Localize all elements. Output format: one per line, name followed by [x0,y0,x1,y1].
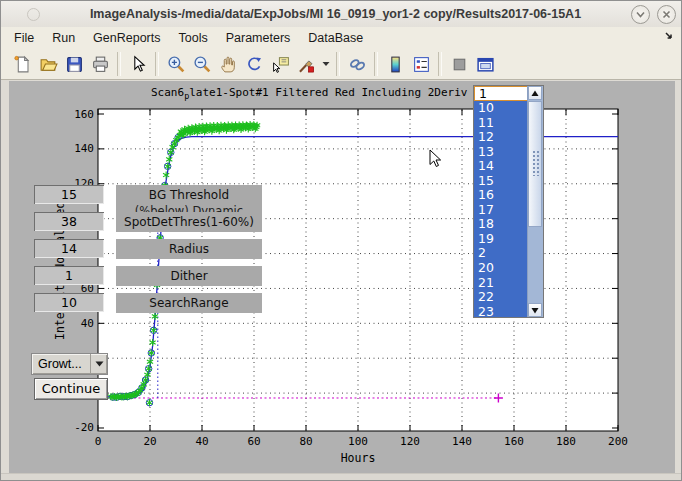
spot-list-item[interactable]: 13 [474,145,528,160]
menu-overflow-icon[interactable] [664,31,675,45]
svg-text:0: 0 [95,435,102,448]
svg-text:160: 160 [504,435,524,448]
parameter-input-radius[interactable]: 14 [34,239,104,258]
spot-list-item[interactable]: 20 [474,261,528,276]
toolbar-button-data-cursor[interactable] [267,51,293,77]
spot-list-item[interactable]: 1 [474,86,528,101]
pointer-icon [129,55,148,74]
svg-text:140: 140 [74,142,94,155]
toolbar-separator [336,52,340,76]
toolbar-button-insert-colorbar[interactable] [382,51,408,77]
toolbar-separator [374,52,378,76]
brush-icon [297,55,316,74]
spot-list-item[interactable]: 12 [474,130,528,145]
zoom-in-icon [167,55,186,74]
toolbar-button-pointer[interactable] [125,51,151,77]
toolbar-button-new-document[interactable] [9,51,35,77]
svg-text:60: 60 [247,435,260,448]
scroll-up-button[interactable] [528,86,542,100]
svg-text:120: 120 [400,435,420,448]
open-file-icon [39,55,58,74]
spot-list-item[interactable]: 18 [474,217,528,232]
growth-mode-dropdown[interactable]: Growt... [31,353,108,375]
spot-list-item[interactable]: 23 [474,305,528,318]
parameter-input-spotdetthres-1-60-[interactable]: 38 [34,212,104,231]
spot-list-item[interactable]: 11 [474,116,528,131]
parameter-label-bg-threshold[interactable]: BG Threshold [116,185,262,205]
dock-figure-icon [476,55,495,74]
save-icon [65,55,84,74]
parameter-label-searchrange[interactable]: SearchRange [116,293,262,313]
link-plots-icon [348,55,367,74]
spot-list-item[interactable]: 2 [474,246,528,261]
svg-text:80: 80 [299,435,312,448]
menu-item-file[interactable]: File [5,28,43,48]
close-button[interactable] [657,5,676,24]
minimize-button[interactable] [631,5,650,24]
menu-item-database[interactable]: DataBase [299,28,372,48]
toolbar-button-open-file[interactable] [35,51,61,77]
dropdown-arrow-icon [90,354,107,374]
app-window: ImageAnalysis-/media/data/ExpJobs/MI 16_… [0,0,682,481]
spot-list-item[interactable]: 21 [474,276,528,291]
spot-list-item[interactable]: 22 [474,290,528,305]
insert-colorbar-icon [386,55,405,74]
rotate-3d-icon [245,55,264,74]
toolbar-button-pan-hand[interactable] [215,51,241,77]
toolbar-button-zoom-in[interactable] [163,51,189,77]
toolbar-button-hide-plot-tools[interactable] [446,51,472,77]
toolbar-button-save[interactable] [61,51,87,77]
pan-hand-icon [219,55,238,74]
spot-list-item[interactable]: 17 [474,203,528,218]
window-icon [27,8,40,21]
new-document-icon [13,55,32,74]
parameter-label-dither[interactable]: Dither [116,266,262,286]
toolbar-button-dock-figure[interactable] [472,51,498,77]
figure-toolbar [1,49,682,80]
spot-list-item[interactable]: 14 [474,159,528,174]
svg-text:200: 200 [608,435,628,448]
spot-number-list: 110111213141516171819220212223 [473,85,544,318]
menu-item-run[interactable]: Run [43,28,84,48]
svg-text:40: 40 [81,317,94,330]
toolbar-separator [117,52,121,76]
menu-item-tools[interactable]: Tools [170,28,217,48]
menu-item-genreports[interactable]: GenReports [84,28,169,48]
toolbar-separator [155,52,159,76]
figure-area: Intensity Normalized 0204060801001201401… [1,81,682,473]
spot-list-item[interactable]: 15 [474,174,528,189]
spot-list-item[interactable]: 10 [474,101,528,116]
brush-dropdown-icon [322,61,330,67]
chevron-down-icon [634,8,647,21]
data-cursor-icon [271,55,290,74]
toolbar-button-link-plots[interactable] [344,51,370,77]
parameter-label-radius[interactable]: Radius [116,239,262,259]
parameter-label-spotdetthres-1-60-[interactable]: SpotDetThres(1-60%) [116,212,262,232]
menu-item-parameters[interactable]: Parameters [217,28,300,48]
toolbar-button-print[interactable] [87,51,113,77]
scrollbar-thumb[interactable] [528,101,542,227]
toolbar-button-zoom-out[interactable] [189,51,215,77]
continue-button[interactable]: Continue [34,378,108,400]
spot-list-item[interactable]: 19 [474,232,528,247]
list-scrollbar[interactable] [527,86,543,317]
toolbar-button-brush[interactable] [293,51,319,77]
svg-text:180: 180 [556,435,576,448]
hide-plot-tools-icon [450,55,469,74]
close-icon [660,8,673,21]
toolbar-button-rotate-3d[interactable] [241,51,267,77]
spot-list-item[interactable]: 16 [474,188,528,203]
window-title: ImageAnalysis-/media/data/ExpJobs/MI 16_… [40,7,631,21]
toolbar-button-insert-legend[interactable] [408,51,434,77]
svg-text:Hours: Hours [341,451,376,465]
parameter-input-dither[interactable]: 1 [34,266,104,285]
toolbar-button-brush-dropdown[interactable] [319,51,332,77]
print-icon [91,55,110,74]
scroll-down-button[interactable] [528,303,542,317]
parameter-input-bg-threshold[interactable]: 15 [34,185,104,204]
svg-text:160: 160 [74,108,94,121]
toolbar-separator [438,52,442,76]
parameter-sublabel: (%below) Dynamic [116,205,262,212]
zoom-out-icon [193,55,212,74]
parameter-input-searchrange[interactable]: 10 [34,293,104,312]
